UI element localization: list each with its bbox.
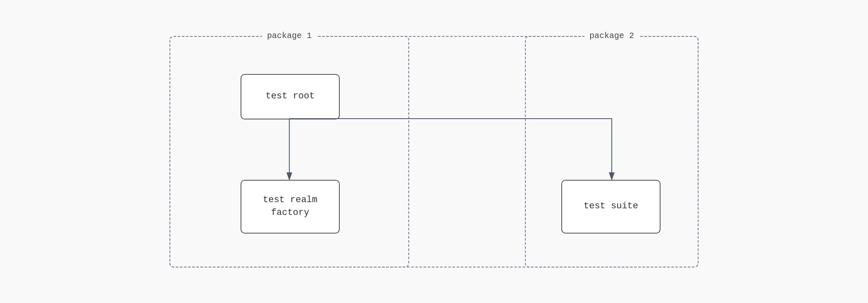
package2-container: package 2 test suite <box>525 36 699 267</box>
package2-label: package 2 <box>584 31 639 41</box>
package1-container: package 1 test root test realmfactory <box>169 36 409 267</box>
diagram-wrapper: package 1 test root test realmfactory pa… <box>145 24 723 280</box>
test-root-node: test root <box>241 74 340 119</box>
test-realm-factory-node: test realmfactory <box>241 180 340 234</box>
test-suite-node: test suite <box>561 180 661 234</box>
package1-label: package 1 <box>262 31 317 41</box>
